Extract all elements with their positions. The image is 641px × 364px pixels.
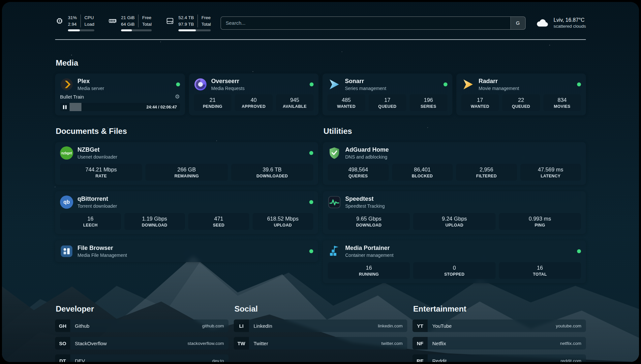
stat-approved: 40APPROVED [235,94,273,111]
weather-location: Lviv, 16.87°C [554,17,586,23]
stat-movies: 834MOVIES [543,94,581,111]
filebrowser-card[interactable]: File Browser Media File Management [55,240,318,262]
stat-filtered: 2,956FILTERED [456,164,517,181]
search-provider-button[interactable]: G [510,17,525,29]
stat-pending: 21PENDING [194,94,232,111]
stat-ping: 0.993 msPING [499,213,581,230]
cpu-load-value: 2.94 [68,21,77,28]
service-subtitle: Media Requests [211,86,245,91]
bookmark-linkedin[interactable]: LI LinkedIn linkedin.com [234,319,407,332]
portainer-icon [328,245,341,258]
status-dot [309,151,313,155]
snow-specks [2,2,3,3]
disk-total-value: 97.9 TB [178,21,194,28]
bookmark-dev[interactable]: DT DEV dev.to [55,354,229,362]
stat-wanted: 17WANTED [461,94,499,111]
stat-stopped: 0STOPPED [413,262,495,279]
bookmark-url: github.com [202,323,224,328]
status-dot [176,82,180,86]
cpu-icon [55,16,64,25]
bookmarks-developer-group: Developer GH Github github.com SO StackO… [55,304,229,362]
stat-seed: 471SEED [188,213,249,230]
stat-download: 1.19 GbpsDOWNLOAD [124,213,185,230]
stat-series: 196SERIES [410,94,447,111]
bookmarks-social-group: Social LI LinkedIn linkedin.com TW Twitt… [234,304,407,362]
service-name: Plex [77,78,104,85]
dashboard-screen: 31% 2.94 CPU Load [2,2,639,362]
bookmark-twitter[interactable]: TW Twitter twitter.com [234,337,407,349]
bookmark-url: youtube.com [556,323,581,328]
cpu-load-label: Load [84,21,94,28]
bookmark-reddit[interactable]: RE Reddit reddit.com [412,354,586,362]
nzbget-card[interactable]: nzbget NZBGet Usenet downloader 744.21 M… [55,142,318,185]
service-subtitle: Series management [345,86,386,91]
bookmark-url: twitter.com [381,341,403,346]
pause-button[interactable] [63,105,67,109]
memory-free-value: 21 GiB [121,15,135,21]
qbittorrent-icon: qb [60,196,73,209]
cpu-readout: 31% 2.94 CPU Load [68,15,94,31]
bookmark-name: YouTube [432,323,452,329]
gear-icon[interactable]: ⚙ [175,94,180,100]
disk-free-label: Free [201,15,211,21]
bookmark-abbr: TW [234,337,249,349]
memory-free-label: Free [142,15,152,21]
playback-track[interactable] [70,103,143,111]
bookmark-abbr: SO [55,337,70,349]
media-section: Media Plex Media server Bullet [55,58,586,115]
bookmark-name: Twitter [254,341,268,346]
memory-total-value: 64 GiB [121,21,135,28]
stat-remaining: 266 GBREMAINING [145,164,228,181]
utilities-column: Utilities AdGuard Home DNS and adblockin… [323,127,586,283]
status-dot [577,82,581,86]
bookmark-netflix[interactable]: NF Netflix netflix.com [412,337,586,349]
weather-widget: Lviv, 16.87°C scattered clouds [535,16,586,30]
search-input[interactable] [221,17,510,29]
bookmark-stackoverflow[interactable]: SO StackOverflow stackoverflow.com [55,337,229,349]
stats-row: 17WANTED 22QUEUED 834MOVIES [461,94,581,111]
service-subtitle: Torrent downloader [77,203,117,209]
stat-wanted: 485WANTED [327,94,365,111]
plex-icon [60,78,73,91]
stats-row: 744.21 MbpsRATE 266 GBREMAINING 39.6 TBD… [60,164,313,181]
bookmark-abbr: RE [412,354,428,362]
now-playing-row: Bullet Train ⚙ [60,94,180,100]
adguard-card[interactable]: AdGuard Home DNS and adblocking 498,564Q… [323,142,586,185]
stat-queued: 17QUEUED [369,94,407,111]
sonarr-card[interactable]: Sonarr Series management 485WANTED 17QUE… [322,74,452,115]
stat-download: 9.65 GbpsDOWNLOAD [328,213,410,230]
stats-row: 9.65 GbpsDOWNLOAD 9.24 GbpsUPLOAD 0.993 … [328,213,581,230]
bookmarks-entertainment-group: Entertainment YT YouTube youtube.com NF … [412,304,586,362]
bookmark-youtube[interactable]: YT YouTube youtube.com [412,319,586,332]
service-subtitle: Media server [77,86,104,91]
status-dot [310,82,314,86]
bookmark-abbr: GH [55,319,70,332]
stat-downloaded: 39.6 TBDOWNLOADED [231,164,313,181]
bookmark-github[interactable]: GH Github github.com [55,319,229,332]
bookmark-url: dev.to [212,358,224,362]
memory-readout: 21 GiB 64 GiB Free Total [121,15,152,31]
status-dot [443,82,447,86]
sonarr-icon [327,78,341,91]
cpu-values: 31% 2.94 [68,15,77,27]
memory-labels: Free Total [138,15,152,27]
stat-available: 945AVAILABLE [276,94,314,111]
qbittorrent-card[interactable]: qb qBittorrent Torrent downloader 16LEEC… [55,191,318,234]
filebrowser-icon [60,245,73,258]
cpu-percent: 31% [68,15,77,21]
radarr-card[interactable]: Radarr Movie management 17WANTED 22QUEUE… [456,74,586,115]
bookmark-abbr: YT [412,319,428,332]
plex-card[interactable]: Plex Media server Bullet Train ⚙ 24:44 /… [55,74,185,115]
stat-blocked: 86,401BLOCKED [392,164,453,181]
status-dot [309,249,313,253]
developer-group-title: Developer [56,304,229,314]
stat-rate: 744.21 MbpsRATE [60,164,142,181]
overseerr-card[interactable]: Overseerr Media Requests 21PENDING 40APP… [189,74,319,115]
disk-free-value: 52.4 TB [178,15,194,21]
speedtest-card[interactable]: Speedtest Speedtest Tracking 9.65 GbpsDO… [323,191,586,234]
nzbget-icon: nzbget [60,146,73,160]
disk-progressbar [178,29,211,31]
status-dot [577,249,581,253]
stat-queries: 498,564QUERIES [328,164,389,181]
portainer-card[interactable]: Media Portainer Container management 16R… [323,240,586,283]
